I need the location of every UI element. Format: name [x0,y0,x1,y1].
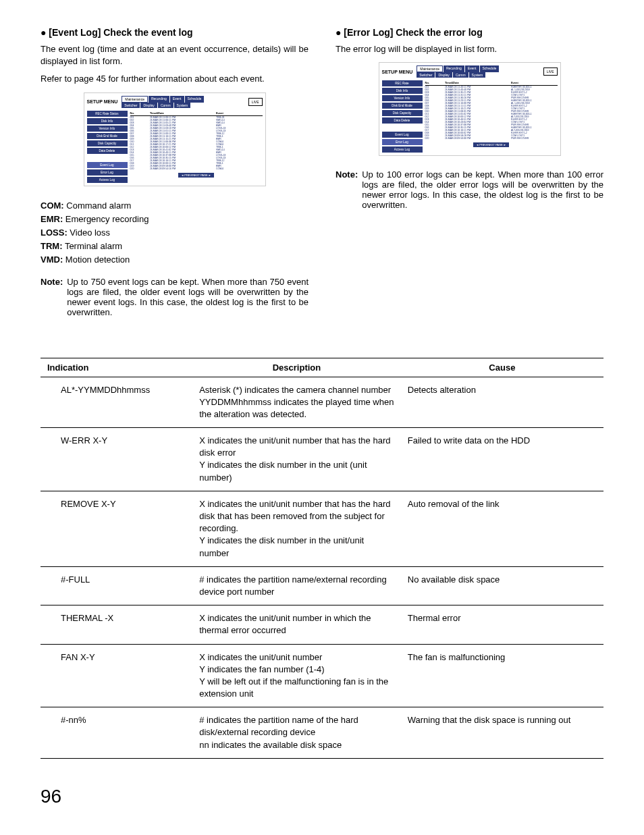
log-row: 02026.MAR.03 09:54:16 PMCOM-6 [130,167,263,170]
note-text: Up to 750 event logs can be kept. When m… [67,277,308,317]
log-header-event-2: Event [511,81,558,84]
sidebar-item: Data Delete [382,117,423,124]
sidebar-item: Disk Capacity [87,140,128,146]
tab: Display [140,103,157,108]
th-indication: Indication [41,358,192,377]
log-row: 02026.MAR.03 09:50:00 PMPWR RECOVER [425,137,558,140]
tab: System [174,103,191,108]
log-header-date-2: Time&Date [445,81,511,84]
tab: Switcher [417,72,435,78]
table-row: AL*-YYMMDDhhmmssAsterisk (*) indicates t… [41,377,603,428]
log-header-no-2: No. [425,81,445,84]
log-header-no: No. [130,111,150,115]
tab: Comm [158,103,173,108]
error-log-screenshot: SETUP MENU MaintenanceRecordingEventSche… [379,62,561,156]
sidebar-item: Disk Info [87,118,128,124]
tab: Display [435,72,452,78]
note-label: Note: [41,277,63,317]
sidebar-item: REC Rate Status [87,111,128,117]
sidebar-item: Disk End Mode [87,133,128,139]
sidebar-item: REC Rate [382,80,423,86]
tab: Maintenance [417,65,443,72]
error-log-heading: ● [Error Log] Check the error log [336,27,603,38]
pager-2: ◄ PREV/NEXT PAGE ► [473,142,509,147]
live-indicator: LIVE [248,98,263,106]
sidebar-item: Event Log [87,162,128,168]
pager: ◄ PREV/NEXT PAGE ► [178,173,214,178]
setup-menu-title-2: SETUP MENU [382,70,413,74]
sidebar-item: Error Log [87,169,128,176]
log-header-date: Time&Date [150,111,216,115]
tab: Event [465,65,479,72]
sidebar-item: Disk Info [382,88,423,94]
sidebar-item: Event Log [382,132,423,138]
tab: Recording [444,65,464,72]
table-row: FAN X-YX indicates the unit/unit number … [41,644,603,707]
table-row: W-ERR X-YX indicates the unit/unit numbe… [41,428,603,491]
sidebar-item: Access Log [382,146,423,153]
tab: Recording [149,96,169,103]
sidebar-item: Version Info [382,95,423,101]
tab: Event [170,96,184,103]
tab: Maintenance [122,96,148,103]
sidebar-item: Disk End Mode [382,103,423,109]
sidebar-item: Version Info [87,126,128,132]
table-row: REMOVE X-YX indicates the unit/unit numb… [41,491,603,566]
tab: System [469,72,486,78]
sidebar-item: Access Log [87,177,128,183]
sidebar-item: Disk Capacity [382,110,423,116]
live-indicator-2: LIVE [543,68,558,76]
table-row: #-nn%# indicates the partition name of t… [41,707,603,759]
event-log-p2: Refer to page 45 for further information… [41,73,308,85]
legend: COM: Command alarm EMR: Emergency record… [41,200,308,267]
note-label-2: Note: [336,169,358,210]
error-description-table: Indication Description Cause AL*-YYMMDDh… [41,358,603,759]
event-log-p1: The event log (time and date at an event… [41,43,308,68]
tab: Comm [453,72,468,78]
th-cause: Cause [401,358,603,377]
log-header-event: Event [216,111,263,115]
error-log-p1: The error log will be displayed in list … [336,43,603,55]
table-row: #-FULL# indicates the partition name/ext… [41,566,603,605]
tab: Switcher [122,103,140,108]
table-row: THERMAL -XX indicates the unit/unit numb… [41,605,603,644]
note-text-2: Up to 100 error logs can be kept. When m… [362,169,603,210]
setup-menu-title: SETUP MENU [87,99,118,104]
event-log-screenshot: SETUP MENU MaintenanceRecordingEventSche… [84,92,266,186]
sidebar-item: Error Log [382,139,423,145]
page-number: 96 [41,786,603,807]
th-description: Description [192,358,401,377]
event-log-heading: ● [Event Log] Check the event log [41,27,308,38]
tab: Schedule [185,96,205,103]
sidebar-item: Data Delete [87,148,128,154]
tab: Schedule [480,65,500,72]
